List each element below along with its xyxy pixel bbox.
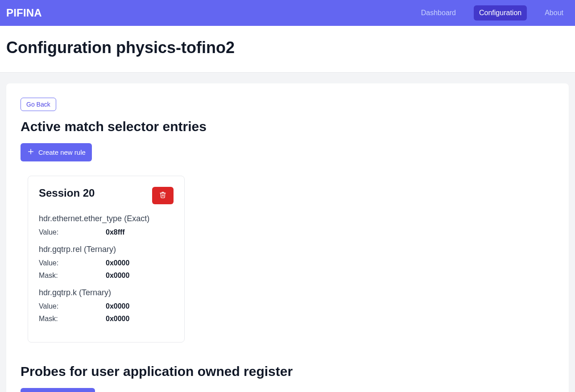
- trash-icon: [159, 191, 166, 200]
- nav-links: Dashboard Configuration About: [416, 5, 569, 21]
- field-name: hdr.gqtrp.rel (Ternary): [39, 245, 174, 254]
- field-row: Mask:0x0000: [39, 269, 174, 282]
- field-label: Value:: [39, 257, 106, 269]
- field-row: Value:0x8fff: [39, 226, 174, 239]
- field-value: 0x0000: [106, 269, 129, 282]
- brand-logo[interactable]: PIFINA: [6, 7, 42, 19]
- field-row: Value:0x0000: [39, 257, 174, 269]
- main-card: Go Back Active match selector entries Cr…: [6, 83, 569, 392]
- page-header: Configuration physics-tofino2: [0, 26, 575, 73]
- field-row: Value:0x0000: [39, 300, 174, 313]
- go-back-button[interactable]: Go Back: [21, 98, 56, 111]
- nav-dashboard[interactable]: Dashboard: [416, 5, 461, 21]
- content-wrap: Go Back Active match selector entries Cr…: [0, 73, 575, 392]
- field-value: 0x0000: [106, 313, 129, 325]
- field-value: 0x8fff: [106, 226, 125, 239]
- nav-about[interactable]: About: [539, 5, 569, 21]
- add-new-register-button[interactable]: Add new register: [21, 388, 95, 392]
- create-new-rule-label: Create new rule: [38, 149, 86, 156]
- field-group: hdr.gqtrp.rel (Ternary)Value:0x0000Mask:…: [39, 245, 174, 282]
- session-card-header: Session 20: [39, 187, 174, 204]
- field-label: Value:: [39, 300, 106, 313]
- session-title: Session 20: [39, 187, 95, 199]
- field-label: Mask:: [39, 313, 106, 325]
- session-fields: hdr.ethernet.ether_type (Exact)Value:0x8…: [39, 214, 174, 325]
- field-value: 0x0000: [106, 257, 129, 269]
- field-value: 0x0000: [106, 300, 129, 313]
- navbar: PIFINA Dashboard Configuration About: [0, 0, 575, 26]
- create-new-rule-button[interactable]: Create new rule: [21, 143, 92, 161]
- field-group: hdr.ethernet.ether_type (Exact)Value:0x8…: [39, 214, 174, 239]
- field-group: hdr.gqtrp.k (Ternary)Value:0x0000Mask:0x…: [39, 288, 174, 325]
- session-card: Session 20 hdr.ethernet.ether_type (Exac…: [28, 176, 185, 342]
- section-active-match-title: Active match selector entries: [21, 119, 554, 134]
- field-label: Mask:: [39, 269, 106, 282]
- section-probes-title: Probes for user application owned regist…: [21, 364, 554, 379]
- field-label: Value:: [39, 226, 106, 239]
- page-title: Configuration physics-tofino2: [6, 38, 569, 57]
- delete-session-button[interactable]: [152, 187, 174, 204]
- nav-configuration[interactable]: Configuration: [474, 5, 527, 21]
- field-row: Mask:0x0000: [39, 313, 174, 325]
- plus-icon: [27, 148, 35, 157]
- field-name: hdr.gqtrp.k (Ternary): [39, 288, 174, 297]
- field-name: hdr.ethernet.ether_type (Exact): [39, 214, 174, 223]
